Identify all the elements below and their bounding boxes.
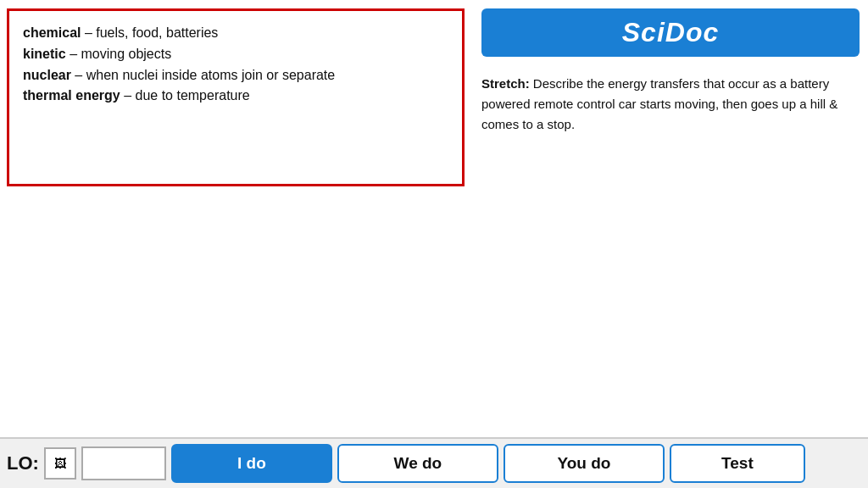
top-area: chemical – fuels, food, batteries kineti… [0, 0, 868, 415]
scidoc-logo: SciDoc [481, 8, 860, 57]
left-panel: chemical – fuels, food, batteries kineti… [7, 8, 465, 186]
stretch-body: Describe the energy transfers that occur… [481, 76, 837, 131]
i-do-button[interactable]: I do [171, 444, 332, 483]
term-thermal-energy: thermal energy [23, 88, 120, 103]
we-do-button[interactable]: We do [337, 444, 498, 483]
lo-label: LO: [7, 452, 39, 474]
right-panel: SciDoc Stretch: Describe the energy tran… [465, 0, 868, 415]
def-kinetic: – moving objects [66, 47, 172, 61]
def-nuclear: – when nuclei inside atoms join or separ… [71, 68, 335, 82]
bottom-bar: LO: 🖼 I do We do You do Test [0, 437, 868, 488]
def-chemical: – fuels, food, batteries [81, 25, 218, 40]
stretch-text: Stretch: Describe the energy transfers t… [481, 74, 860, 135]
lo-icon: 🖼 [54, 457, 66, 470]
stretch-label: Stretch: [481, 76, 530, 91]
term-kinetic: kinetic [23, 47, 66, 61]
lo-input-box[interactable] [81, 446, 166, 480]
lo-section: LO: 🖼 [7, 446, 166, 480]
energy-list: chemical – fuels, food, batteries kineti… [23, 23, 448, 107]
you-do-button[interactable]: You do [504, 444, 665, 483]
lo-icon-box: 🖼 [44, 447, 76, 480]
def-thermal-energy: – due to temperature [120, 88, 250, 103]
term-chemical: chemical [23, 25, 81, 40]
test-button[interactable]: Test [670, 444, 805, 483]
term-nuclear: nuclear [23, 68, 71, 82]
